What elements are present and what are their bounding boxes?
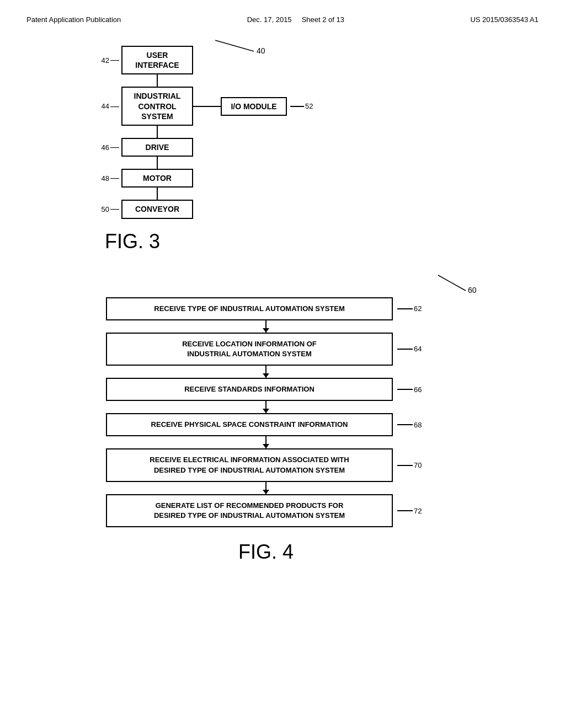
box-drive: DRIVE <box>121 138 193 157</box>
flow-ref-72: 72 <box>397 507 422 515</box>
patent-number: US 2015/0363543 A1 <box>470 15 539 24</box>
v-conn-1 <box>157 74 158 87</box>
fig4-diagram: RECEIVE TYPE OF INDUSTRIAL AUTOMATION SY… <box>33 297 532 564</box>
box-user-interface: USERINTERFACE <box>121 46 193 74</box>
fig3-label: FIG. 3 <box>105 230 532 253</box>
flow-box-64: RECEIVE LOCATION INFORMATION OFINDUSTRIA… <box>106 333 393 366</box>
box-io-module: I/O MODULE <box>221 97 287 116</box>
box-motor: MOTOR <box>121 169 193 188</box>
h-conn-io <box>193 106 221 107</box>
fig4-section: 60 RECEIVE TYPE OF INDUSTRIAL AUTOMATION… <box>0 270 565 586</box>
fig4-ref-arrow: 60 <box>433 270 499 295</box>
flow-row-68: RECEIVE PHYSICAL SPACE CONSTRAINT INFORM… <box>106 413 459 436</box>
header-left: Patent Application Publication <box>26 15 121 24</box>
fig3-ref-arrow: 40 <box>210 35 276 58</box>
flow-row-72: GENERATE LIST OF RECOMMENDED PRODUCTS FO… <box>106 494 459 527</box>
box-industrial-control: INDUSTRIALCONTROLSYSTEM <box>121 87 193 126</box>
flow-ref-68: 68 <box>397 421 422 429</box>
flow-row-66: RECEIVE STANDARDS INFORMATION 66 <box>106 378 459 401</box>
fig4-ref-area: 60 <box>33 270 532 297</box>
node-label-42: 42— <box>88 56 121 65</box>
flow-arrow-2 <box>265 366 266 378</box>
node-label-50: 50— <box>88 205 121 213</box>
flow-arrow-1 <box>265 320 266 333</box>
node-label-46: 46— <box>88 143 121 152</box>
v-conn-4 <box>157 188 158 200</box>
sheet-info: Sheet 2 of 13 <box>302 15 344 24</box>
fig3-node-46: 46— DRIVE <box>88 138 532 157</box>
fig4-label: FIG. 4 <box>238 540 294 564</box>
v-conn-2 <box>157 126 158 138</box>
fig3-node-44: 44— INDUSTRIALCONTROLSYSTEM I/O MODULE 5… <box>88 87 532 126</box>
flow-arrow-5 <box>265 482 266 494</box>
header-center: Dec. 17, 2015 Sheet 2 of 13 <box>247 15 344 24</box>
node-label-44: 44— <box>88 102 121 111</box>
svg-text:40: 40 <box>257 46 265 55</box>
flow-box-72: GENERATE LIST OF RECOMMENDED PRODUCTS FO… <box>106 494 393 527</box>
page-header: Patent Application Publication Dec. 17, … <box>0 0 565 24</box>
fig3-node-48: 48— MOTOR <box>88 169 532 188</box>
box-conveyor: CONVEYOR <box>121 200 193 218</box>
io-ref-label: 52 <box>290 102 313 110</box>
header-right: US 2015/0363543 A1 <box>470 15 539 24</box>
v-conn-3 <box>157 157 158 169</box>
svg-line-0 <box>215 40 254 51</box>
flow-row-62: RECEIVE TYPE OF INDUSTRIAL AUTOMATION SY… <box>106 297 459 320</box>
publication-label: Patent Application Publication <box>26 15 121 24</box>
svg-text:60: 60 <box>468 286 477 295</box>
flow-box-68: RECEIVE PHYSICAL SPACE CONSTRAINT INFORM… <box>106 413 393 436</box>
flow-ref-70: 70 <box>397 461 422 469</box>
flow-arrow-3 <box>265 401 266 413</box>
publication-date: Dec. 17, 2015 <box>247 15 292 24</box>
flow-row-64: RECEIVE LOCATION INFORMATION OFINDUSTRIA… <box>106 333 459 366</box>
flow-ref-66: 66 <box>397 386 422 394</box>
flow-box-66: RECEIVE STANDARDS INFORMATION <box>106 378 393 401</box>
node-label-48: 48— <box>88 174 121 183</box>
flow-row-70: RECEIVE ELECTRICAL INFORMATION ASSOCIATE… <box>106 448 459 481</box>
flow-box-62: RECEIVE TYPE OF INDUSTRIAL AUTOMATION SY… <box>106 297 393 320</box>
flow-ref-62: 62 <box>397 304 422 313</box>
fig3-diagram: 42— USERINTERFACE 44— INDUSTRIALCONTROLS… <box>88 46 532 253</box>
fig3-node-42: 42— USERINTERFACE <box>88 46 532 74</box>
fig3-node-50: 50— CONVEYOR <box>88 200 532 218</box>
flow-ref-64: 64 <box>397 345 422 353</box>
svg-line-2 <box>438 275 466 291</box>
flow-arrow-4 <box>265 436 266 448</box>
flow-box-70: RECEIVE ELECTRICAL INFORMATION ASSOCIATE… <box>106 448 393 481</box>
fig3-section: 40 42— USERINTERFACE 44— INDUSTRIALCONTR… <box>0 24 565 270</box>
